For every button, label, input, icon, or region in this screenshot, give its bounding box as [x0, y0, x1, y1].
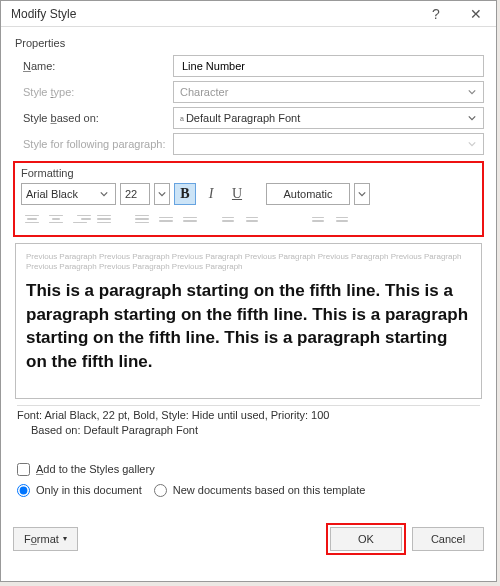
based-on-label: Style based on:	[13, 112, 173, 124]
italic-button[interactable]: I	[200, 183, 222, 205]
dialog-title: Modify Style	[11, 7, 416, 21]
row-name: Name:	[13, 55, 484, 77]
spacing-1-icon[interactable]	[131, 209, 153, 229]
scope-radios: Only in this document New documents base…	[17, 480, 480, 501]
following-label: Style for following paragraph:	[13, 138, 173, 150]
based-on-select[interactable]: a Default Paragraph Font	[173, 107, 484, 129]
dialog-body: Properties Name: Style type: Character S…	[1, 27, 496, 513]
based-on-marker: a	[180, 115, 184, 122]
preview-main-text: This is a paragraph starting on the fift…	[26, 279, 471, 374]
formatting-toolbar-row2	[21, 209, 476, 229]
titlebar: Modify Style ? ✕	[1, 1, 496, 27]
font-size-value: 22	[125, 188, 149, 200]
only-document-label: Only in this document	[36, 484, 142, 496]
formatting-toolbar-row1: Arial Black 22 B I U Automatic	[21, 183, 476, 205]
space-before-icon[interactable]	[217, 209, 239, 229]
ok-highlight: OK	[326, 523, 406, 555]
desc-line2: Based on: Default Paragraph Font	[17, 423, 480, 438]
only-document-option[interactable]: Only in this document	[17, 484, 142, 497]
add-to-gallery-option[interactable]: Add to the Styles gallery	[17, 463, 480, 476]
close-icon: ✕	[470, 6, 482, 22]
modify-style-dialog: Modify Style ? ✕ Properties Name: Style …	[0, 0, 497, 582]
name-label: Name:	[13, 60, 173, 72]
align-center-icon[interactable]	[45, 209, 67, 229]
new-docs-radio[interactable]	[154, 484, 167, 497]
font-color-chevron[interactable]	[354, 183, 370, 205]
space-after-icon[interactable]	[241, 209, 263, 229]
bold-button[interactable]: B	[174, 183, 196, 205]
style-type-label: Style type:	[13, 86, 173, 98]
ok-button[interactable]: OK	[330, 527, 402, 551]
name-input[interactable]	[180, 59, 477, 73]
row-style-type: Style type: Character	[13, 81, 484, 103]
spacing-2-icon[interactable]	[179, 209, 201, 229]
font-size-combo[interactable]: 22	[120, 183, 150, 205]
indent-increase-icon[interactable]	[331, 209, 353, 229]
name-field[interactable]	[173, 55, 484, 77]
font-color-combo[interactable]: Automatic	[266, 183, 350, 205]
font-color-label: Automatic	[284, 188, 333, 200]
chevron-down-icon	[461, 84, 483, 100]
format-button[interactable]: Format ▾	[13, 527, 78, 551]
align-right-icon[interactable]	[69, 209, 91, 229]
chevron-down-icon	[461, 136, 483, 152]
font-name-value: Arial Black	[26, 188, 93, 200]
style-preview: Previous Paragraph Previous Paragraph Pr…	[15, 243, 482, 399]
following-select	[173, 133, 484, 155]
new-docs-label: New documents based on this template	[173, 484, 366, 496]
add-to-gallery-checkbox[interactable]	[17, 463, 30, 476]
preview-ghost-text: Previous Paragraph Previous Paragraph Pr…	[26, 252, 471, 273]
style-description: Font: Arial Black, 22 pt, Bold, Style: H…	[17, 405, 480, 439]
align-justify-icon[interactable]	[93, 209, 115, 229]
help-button[interactable]: ?	[416, 1, 456, 27]
spacing-15-icon[interactable]	[155, 209, 177, 229]
indent-decrease-icon[interactable]	[307, 209, 329, 229]
desc-line1: Font: Arial Black, 22 pt, Bold, Style: H…	[17, 408, 480, 423]
based-on-value: Default Paragraph Font	[186, 112, 461, 124]
properties-section-label: Properties	[15, 37, 484, 49]
cancel-button[interactable]: Cancel	[412, 527, 484, 551]
underline-button[interactable]: U	[226, 183, 248, 205]
close-button[interactable]: ✕	[456, 1, 496, 27]
dialog-footer: Format ▾ OK Cancel	[1, 513, 496, 567]
new-docs-option[interactable]: New documents based on this template	[154, 484, 366, 497]
dropdown-icon: ▾	[63, 534, 67, 543]
style-type-select[interactable]: Character	[173, 81, 484, 103]
align-left-icon[interactable]	[21, 209, 43, 229]
style-type-value: Character	[180, 86, 461, 98]
formatting-label: Formatting	[21, 167, 476, 179]
row-following: Style for following paragraph:	[13, 133, 484, 155]
options: Add to the Styles gallery Only in this d…	[13, 463, 484, 501]
row-based-on: Style based on: a Default Paragraph Font	[13, 107, 484, 129]
chevron-down-icon	[93, 184, 115, 204]
only-document-radio[interactable]	[17, 484, 30, 497]
chevron-down-icon	[461, 110, 483, 126]
add-to-gallery-label: Add to the Styles gallery	[36, 463, 155, 475]
font-name-combo[interactable]: Arial Black	[21, 183, 116, 205]
formatting-highlight: Formatting Arial Black 22 B I U Automati…	[13, 161, 484, 237]
font-size-chevron[interactable]	[154, 183, 170, 205]
